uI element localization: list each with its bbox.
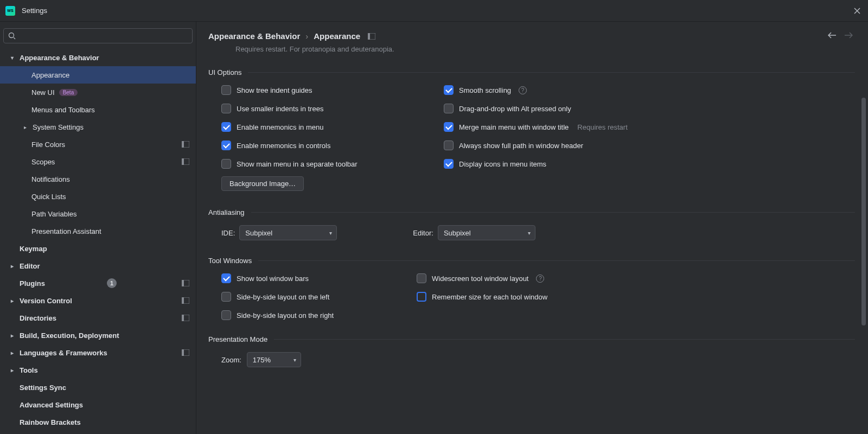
app-icon: WS	[5, 6, 15, 16]
zoom-select[interactable]: 175% ▾	[247, 352, 301, 367]
tree-item-label: Presentation Assistant	[31, 227, 101, 235]
tree-item[interactable]: Appearance	[0, 66, 196, 84]
search-input[interactable]	[19, 32, 188, 40]
svg-point-0	[9, 33, 14, 38]
checkbox-option[interactable]: Remember size for each tool window	[417, 292, 855, 302]
chevron-right-icon: ▸	[8, 263, 16, 269]
checkbox-option[interactable]: Enable mnemonics in controls	[221, 141, 444, 150]
checkbox[interactable]	[444, 85, 454, 95]
tree-item[interactable]: File Colors	[0, 136, 196, 153]
back-icon[interactable]	[828, 31, 837, 41]
search-box[interactable]	[3, 28, 193, 43]
tree-item-label: Advanced Settings	[20, 401, 83, 409]
tree-item[interactable]: ▸Languages & Frameworks	[0, 344, 196, 361]
tree-item[interactable]: ▸Build, Execution, Deployment	[0, 327, 196, 344]
help-icon[interactable]: ?	[536, 275, 544, 283]
svg-rect-12	[182, 349, 184, 356]
tree-item[interactable]: ·Directories	[0, 309, 196, 327]
tree-item[interactable]: Presentation Assistant	[0, 222, 196, 240]
tree-item[interactable]: Menus and Toolbars	[0, 101, 196, 118]
divider	[248, 72, 855, 73]
tree-item[interactable]: Notifications	[0, 170, 196, 188]
tree-item[interactable]: New UIBeta	[0, 84, 196, 101]
svg-rect-8	[182, 297, 184, 304]
close-icon[interactable]	[852, 5, 863, 16]
svg-rect-10	[182, 315, 184, 321]
breadcrumb-root[interactable]: Appearance & Behavior	[208, 31, 300, 41]
tree-item[interactable]: ▸Tools	[0, 361, 196, 379]
checkbox-label: Side-by-side layout on the left	[237, 293, 329, 301]
checkbox[interactable]	[221, 141, 231, 150]
checkbox[interactable]	[444, 122, 454, 132]
svg-rect-2	[182, 141, 184, 148]
chevron-right-icon: ▸	[8, 298, 16, 304]
checkbox[interactable]	[221, 292, 231, 302]
scrollbar[interactable]	[861, 54, 867, 429]
checkbox-option[interactable]: Display icons in menu items	[444, 159, 855, 169]
sidebar: ▾Appearance & BehaviorAppearanceNew UIBe…	[0, 22, 196, 434]
background-image-button[interactable]: Background Image…	[221, 176, 304, 191]
tree-item[interactable]: ·Advanced Settings	[0, 396, 196, 413]
checkbox-option[interactable]: Side-by-side layout on the left	[221, 292, 417, 302]
checkbox[interactable]	[417, 292, 426, 302]
zoom-value: 175%	[253, 356, 271, 364]
checkbox-option[interactable]: Show tool window bars	[221, 273, 417, 283]
checkbox[interactable]	[444, 159, 454, 169]
checkbox-option[interactable]: Widescreen tool window layout?	[417, 273, 855, 283]
tree-item[interactable]: ·Plugins1	[0, 275, 196, 292]
checkbox[interactable]	[221, 104, 231, 113]
tree-item[interactable]: Path Variables	[0, 205, 196, 222]
checkbox-label: Enable mnemonics in controls	[237, 142, 330, 150]
checkbox-label: Remember size for each tool window	[432, 293, 547, 301]
tree-item-label: Directories	[20, 314, 56, 322]
chevron-down-icon: ▾	[293, 357, 296, 363]
checkbox-option[interactable]: Use smaller indents in trees	[221, 104, 444, 113]
tree-item[interactable]: ·Rainbow Brackets	[0, 413, 196, 431]
checkbox-option[interactable]: Side-by-side layout on the right	[221, 310, 417, 320]
checkbox-option[interactable]: Show main menu in a separate toolbar	[221, 159, 444, 169]
checkbox[interactable]	[444, 104, 454, 113]
title-bar: WS Settings	[0, 0, 868, 22]
settings-tree: ▾Appearance & BehaviorAppearanceNew UIBe…	[0, 49, 196, 431]
checkbox-label: Display icons in menu items	[459, 160, 546, 168]
checkbox[interactable]	[444, 141, 454, 150]
checkbox-label: Side-by-side layout on the right	[237, 311, 334, 320]
checkbox[interactable]	[221, 85, 231, 95]
tree-item[interactable]: ·Settings Sync	[0, 379, 196, 396]
checkbox[interactable]	[417, 273, 426, 283]
tree-item[interactable]: Quick Lists	[0, 188, 196, 205]
ide-aa-select[interactable]: Subpixel ▾	[239, 225, 337, 240]
checkbox-option[interactable]: Show tree indent guides	[221, 85, 444, 95]
help-icon[interactable]: ?	[519, 86, 527, 94]
section-title-ui-options: UI Options	[208, 68, 241, 76]
chevron-down-icon: ▾	[8, 55, 16, 61]
checkbox-option[interactable]: Drag-and-drop with Alt pressed only	[444, 104, 855, 113]
tree-item[interactable]: Scopes	[0, 153, 196, 170]
checkbox-option[interactable]: Smooth scrolling?	[444, 85, 855, 95]
checkbox-option[interactable]: Merge main menu with window titleRequire…	[444, 122, 855, 132]
chevron-right-icon: ▸	[8, 350, 16, 356]
checkbox-label: Smooth scrolling	[459, 86, 511, 94]
tree-item-label: Rainbow Brackets	[20, 418, 81, 426]
tree-item[interactable]: ▸Editor	[0, 257, 196, 275]
tree-item-label: Tools	[20, 366, 38, 374]
tree-item[interactable]: ·Keymap	[0, 240, 196, 257]
checkbox[interactable]	[221, 273, 231, 283]
scrollbar-thumb[interactable]	[861, 98, 866, 326]
project-level-icon	[182, 141, 189, 148]
tree-item[interactable]: ▾Appearance & Behavior	[0, 49, 196, 66]
checkbox-option[interactable]: Always show full path in window header	[444, 141, 855, 150]
hint-text: Requires restart. For protanopia and deu…	[235, 45, 855, 53]
checkbox-label: Show main menu in a separate toolbar	[237, 160, 358, 168]
tree-item[interactable]: ▸Version Control	[0, 292, 196, 309]
checkbox[interactable]	[221, 122, 231, 132]
section-title-tool-windows: Tool Windows	[208, 257, 252, 265]
checkbox[interactable]	[221, 159, 231, 169]
tree-item[interactable]: ▸System Settings	[0, 118, 196, 136]
tree-item-label: Plugins	[20, 279, 45, 288]
project-level-icon	[182, 297, 189, 304]
editor-aa-select[interactable]: Subpixel ▾	[438, 225, 535, 240]
checkbox[interactable]	[221, 310, 231, 320]
checkbox-option[interactable]: Enable mnemonics in menu	[221, 122, 444, 132]
tree-item-label: Path Variables	[31, 210, 77, 218]
